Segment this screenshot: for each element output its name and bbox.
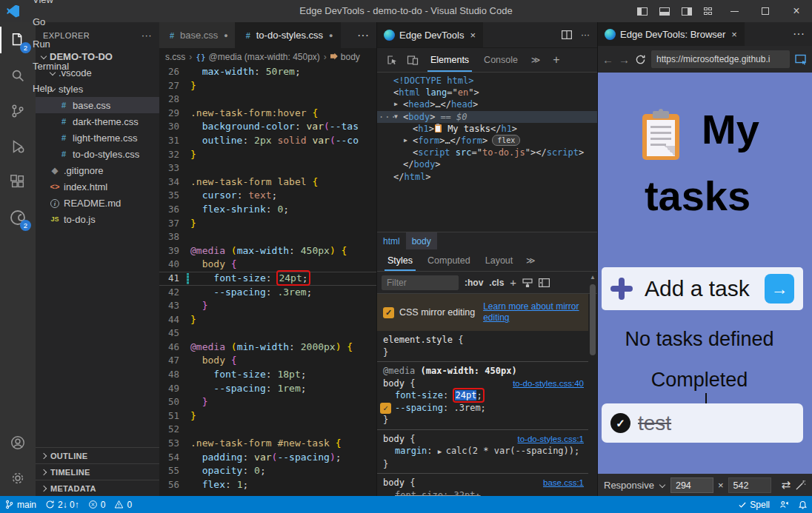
code-line-38[interactable]: 38 xyxy=(159,230,376,244)
dom-node-6[interactable]: <script src="to-do.js"></script> xyxy=(377,147,597,158)
code-line-55[interactable]: 55 opacity: 0; xyxy=(159,464,376,478)
rotate-viewport-icon[interactable]: ⇄ xyxy=(781,478,791,492)
dom-node-5[interactable]: ▶<form>…</form>flex xyxy=(377,135,597,147)
pseudo-state-button[interactable]: :hov xyxy=(465,278,483,288)
section-timeline[interactable]: TIMELINE xyxy=(36,463,159,480)
code-line-30[interactable]: 30 background-color: var(--tas xyxy=(159,120,376,134)
menu-run[interactable]: Run xyxy=(27,33,78,56)
add-pane-icon[interactable]: + xyxy=(546,48,567,72)
code-line-32[interactable]: 32} xyxy=(159,148,376,162)
code-editor[interactable]: 26 max-width: 50rem;27}2829.new-task-for… xyxy=(159,65,376,496)
styles-scrollbar[interactable]: ▲ xyxy=(588,274,597,493)
code-line-56[interactable]: 56 flex: 1; xyxy=(159,478,376,492)
flex-badge[interactable]: flex xyxy=(492,135,520,146)
style-line[interactable]: margin: ▶ calc(2 * var(--spacing)); xyxy=(377,445,588,458)
code-line-39[interactable]: 39@media (max-width: 450px) { xyxy=(159,244,376,258)
code-line-47[interactable]: 47 body { xyxy=(159,354,376,368)
dom-node-3[interactable]: ···▼<body>== $0 xyxy=(377,111,597,123)
styles-tab-computed[interactable]: Computed xyxy=(420,249,478,271)
completed-task-row[interactable]: ✓ test xyxy=(602,403,803,443)
customize-layout-icon[interactable] xyxy=(704,7,713,16)
inspect-icon[interactable] xyxy=(382,48,402,72)
extensions-icon[interactable] xyxy=(0,164,36,200)
code-line-42[interactable]: 42 --spacing: .3rem; xyxy=(159,286,376,300)
code-line-48[interactable]: 48 font-size: 18pt; xyxy=(159,368,376,382)
breadcrumb-item[interactable]: body xyxy=(330,52,360,62)
style-line[interactable]: font-size: 24pt; xyxy=(377,389,588,402)
code-line-50[interactable]: 50 } xyxy=(159,395,376,409)
dom-node-2[interactable]: ▶<head>…</head> xyxy=(377,98,597,110)
file-row-.gitignore[interactable]: ◆.gitignore xyxy=(36,162,159,178)
code-line-41[interactable]: 41 font-size: 24pt; xyxy=(159,272,376,286)
toggle-secondary-sidebar-icon[interactable] xyxy=(682,7,692,16)
checked-circle-icon[interactable]: ✓ xyxy=(610,413,630,433)
status-bell[interactable] xyxy=(793,496,812,513)
file-row-to-do.js[interactable]: JSto-do.js xyxy=(36,211,159,227)
code-line-49[interactable]: 49 --spacing: 1rem; xyxy=(159,382,376,396)
forward-icon[interactable]: → xyxy=(619,53,630,66)
stylesheet-link[interactable]: to-do-styles.css:40 xyxy=(513,378,584,390)
dom-crumb-html[interactable]: html xyxy=(377,232,406,249)
code-line-45[interactable]: 45 xyxy=(159,326,376,341)
editor-more-icon[interactable]: ··· xyxy=(350,22,376,48)
class-button[interactable]: .cls xyxy=(489,278,504,288)
add-task-form[interactable]: Add a task → xyxy=(602,267,803,310)
code-line-28[interactable]: 28 xyxy=(159,93,376,107)
dom-node-0[interactable]: <!DOCTYPE html> xyxy=(377,75,597,87)
dom-node-4[interactable]: <h1> My tasks</h1> xyxy=(377,123,597,135)
close-tab-icon[interactable]: × xyxy=(731,29,737,40)
menu-view[interactable]: View xyxy=(27,0,78,11)
reload-icon[interactable] xyxy=(635,54,646,65)
close-tab-icon[interactable]: × xyxy=(470,30,476,41)
status-branch[interactable]: main xyxy=(0,496,41,513)
property-checkbox[interactable]: ✓ xyxy=(380,403,391,414)
file-row-light-theme.css[interactable]: #light-theme.css xyxy=(36,130,159,146)
browser-tab[interactable]: Edge DevTools: Browser × xyxy=(598,22,745,46)
menu-terminal[interactable]: Terminal xyxy=(27,56,78,78)
code-line-33[interactable]: 33 xyxy=(159,161,376,175)
stylesheet-link[interactable]: base.css:1 xyxy=(543,477,584,489)
stylesheet-link[interactable]: to-do-styles.css:1 xyxy=(518,433,584,446)
add-task-label[interactable]: Add a task xyxy=(645,276,750,301)
code-line-31[interactable]: 31 outline: 2px solid var(--co xyxy=(159,134,376,148)
status-sync[interactable]: 2↓ 0↑ xyxy=(41,496,84,513)
status-error[interactable]: 0 xyxy=(84,496,110,513)
mirror-checkbox[interactable]: ✓ xyxy=(383,307,394,318)
filter-input[interactable] xyxy=(382,275,459,290)
magic-wand-icon[interactable] xyxy=(795,480,806,491)
section-metadata[interactable]: METADATA xyxy=(36,480,159,496)
width-input[interactable]: 294 xyxy=(670,477,713,493)
styles-tab-styles[interactable]: Styles xyxy=(380,249,420,271)
run-debug-icon[interactable] xyxy=(0,129,36,164)
code-line-34[interactable]: 34.new-task-form label { xyxy=(159,175,376,190)
color-format-icon[interactable] xyxy=(522,278,533,287)
file-row-dark-theme.css[interactable]: #dark-theme.css xyxy=(36,113,159,130)
minimize-button[interactable] xyxy=(719,0,750,22)
submit-task-button[interactable]: → xyxy=(765,274,794,304)
new-rule-icon[interactable]: + xyxy=(510,276,516,289)
code-line-36[interactable]: 36 flex-shrink: 0; xyxy=(159,203,376,217)
code-line-51[interactable]: 51} xyxy=(159,409,376,423)
code-line-40[interactable]: 40 body { xyxy=(159,258,376,272)
status-feedback[interactable] xyxy=(774,496,793,513)
menu-go[interactable]: Go xyxy=(27,11,78,33)
height-input[interactable]: 542 xyxy=(728,477,771,493)
expand-arrow-icon[interactable]: ▶ xyxy=(404,135,407,147)
tab-base.css[interactable]: #base.css● xyxy=(159,22,236,48)
devtools-tab-console[interactable]: Console xyxy=(476,48,525,72)
screencast-icon[interactable] xyxy=(795,54,808,65)
collapse-arrow-icon[interactable]: ▼ xyxy=(394,111,398,123)
device-emulation-icon[interactable] xyxy=(402,48,423,72)
back-icon[interactable]: ← xyxy=(602,53,613,66)
expand-arrow-icon[interactable]: ▶ xyxy=(394,98,398,110)
devtools-more-icon[interactable]: ··· xyxy=(581,30,590,40)
breadcrumb-item[interactable]: {}@media (max-width: 450px) xyxy=(196,52,319,62)
style-line[interactable]: font-size: 32pt; xyxy=(377,489,588,497)
section-outline[interactable]: OUTLINE xyxy=(36,447,159,463)
menu-help[interactable]: Help xyxy=(27,78,78,100)
styles-tab-layout[interactable]: Layout xyxy=(478,249,521,271)
dom-node-7[interactable]: </body> xyxy=(377,158,597,170)
toggle-sidebar-icon[interactable] xyxy=(637,7,648,16)
browser-more-icon[interactable]: ··· xyxy=(785,22,812,46)
dom-node-1[interactable]: <html lang="en"> xyxy=(377,87,597,98)
